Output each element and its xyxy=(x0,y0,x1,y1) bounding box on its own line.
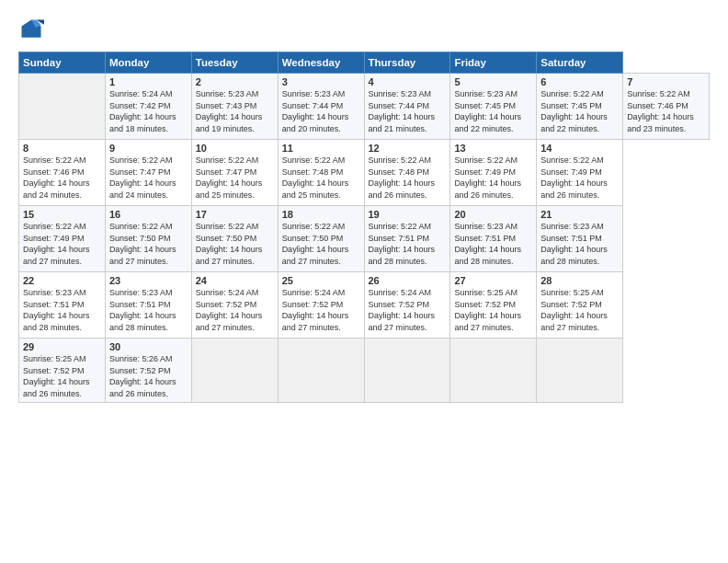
day-number: 21 xyxy=(540,209,619,220)
logo xyxy=(18,17,48,42)
day-info: Sunrise: 5:25 AMSunset: 7:52 PMDaylight:… xyxy=(23,354,90,398)
day-number: 12 xyxy=(369,143,447,154)
day-number: 15 xyxy=(23,209,101,220)
day-cell: 22Sunrise: 5:23 AMSunset: 7:51 PMDayligh… xyxy=(19,272,106,339)
day-cell xyxy=(450,339,537,403)
day-cell: 8Sunrise: 5:22 AMSunset: 7:46 PMDaylight… xyxy=(19,140,106,206)
week-row-1: 1Sunrise: 5:24 AMSunset: 7:42 PMDaylight… xyxy=(19,74,710,140)
day-info: Sunrise: 5:22 AMSunset: 7:46 PMDaylight:… xyxy=(23,155,90,200)
day-info: Sunrise: 5:24 AMSunset: 7:52 PMDaylight:… xyxy=(369,288,436,332)
day-info: Sunrise: 5:22 AMSunset: 7:50 PMDaylight:… xyxy=(109,222,176,266)
day-info: Sunrise: 5:22 AMSunset: 7:45 PMDaylight:… xyxy=(540,89,608,133)
header-cell-monday: Monday xyxy=(105,52,191,74)
header xyxy=(18,17,710,42)
calendar-page: SundayMondayTuesdayWednesdayThursdayFrid… xyxy=(0,0,728,563)
day-number: 9 xyxy=(109,143,188,154)
day-cell: 16Sunrise: 5:22 AMSunset: 7:50 PMDayligh… xyxy=(105,206,191,272)
day-cell: 13Sunrise: 5:22 AMSunset: 7:49 PMDayligh… xyxy=(450,140,537,206)
day-info: Sunrise: 5:22 AMSunset: 7:48 PMDaylight:… xyxy=(369,155,436,200)
day-number: 18 xyxy=(282,209,360,220)
day-cell: 10Sunrise: 5:22 AMSunset: 7:47 PMDayligh… xyxy=(191,140,278,206)
day-info: Sunrise: 5:22 AMSunset: 7:47 PMDaylight:… xyxy=(196,155,263,200)
day-cell: 18Sunrise: 5:22 AMSunset: 7:50 PMDayligh… xyxy=(278,206,364,272)
day-info: Sunrise: 5:23 AMSunset: 7:51 PMDaylight:… xyxy=(23,288,90,332)
day-number: 14 xyxy=(540,143,619,154)
day-info: Sunrise: 5:23 AMSunset: 7:44 PMDaylight:… xyxy=(369,89,436,133)
day-cell: 12Sunrise: 5:22 AMSunset: 7:48 PMDayligh… xyxy=(364,140,450,206)
day-number: 1 xyxy=(109,76,188,87)
day-info: Sunrise: 5:25 AMSunset: 7:52 PMDaylight:… xyxy=(454,288,521,332)
day-info: Sunrise: 5:26 AMSunset: 7:52 PMDaylight:… xyxy=(109,354,176,398)
day-cell xyxy=(19,74,106,140)
header-cell-friday: Friday xyxy=(450,52,537,74)
header-cell-thursday: Thursday xyxy=(364,52,450,74)
day-number: 13 xyxy=(454,143,532,154)
day-cell: 2Sunrise: 5:23 AMSunset: 7:43 PMDaylight… xyxy=(191,74,278,140)
day-number: 11 xyxy=(282,143,360,154)
day-cell: 5Sunrise: 5:23 AMSunset: 7:45 PMDaylight… xyxy=(450,74,537,140)
day-cell: 3Sunrise: 5:23 AMSunset: 7:44 PMDaylight… xyxy=(278,74,364,140)
day-number: 3 xyxy=(282,76,360,87)
day-info: Sunrise: 5:23 AMSunset: 7:44 PMDaylight:… xyxy=(282,89,349,133)
week-row-3: 15Sunrise: 5:22 AMSunset: 7:49 PMDayligh… xyxy=(19,206,710,272)
day-number: 27 xyxy=(454,275,532,286)
day-cell: 6Sunrise: 5:22 AMSunset: 7:45 PMDaylight… xyxy=(537,74,623,140)
day-cell xyxy=(278,339,364,403)
day-info: Sunrise: 5:24 AMSunset: 7:52 PMDaylight:… xyxy=(282,288,349,332)
header-row: SundayMondayTuesdayWednesdayThursdayFrid… xyxy=(19,52,710,74)
week-row-4: 22Sunrise: 5:23 AMSunset: 7:51 PMDayligh… xyxy=(19,272,710,339)
day-info: Sunrise: 5:23 AMSunset: 7:51 PMDaylight:… xyxy=(540,222,608,266)
day-cell: 20Sunrise: 5:23 AMSunset: 7:51 PMDayligh… xyxy=(450,206,537,272)
day-number: 4 xyxy=(369,76,447,87)
day-info: Sunrise: 5:23 AMSunset: 7:51 PMDaylight:… xyxy=(454,222,521,266)
week-row-2: 8Sunrise: 5:22 AMSunset: 7:46 PMDaylight… xyxy=(19,140,710,206)
day-cell xyxy=(537,339,623,403)
day-info: Sunrise: 5:22 AMSunset: 7:51 PMDaylight:… xyxy=(369,222,436,266)
header-cell-saturday: Saturday xyxy=(537,52,623,74)
day-cell: 9Sunrise: 5:22 AMSunset: 7:47 PMDaylight… xyxy=(105,140,191,206)
week-row-5: 29Sunrise: 5:25 AMSunset: 7:52 PMDayligh… xyxy=(19,339,710,403)
day-info: Sunrise: 5:22 AMSunset: 7:49 PMDaylight:… xyxy=(23,222,90,266)
day-cell: 11Sunrise: 5:22 AMSunset: 7:48 PMDayligh… xyxy=(278,140,364,206)
day-number: 8 xyxy=(23,143,101,154)
day-number: 5 xyxy=(454,76,532,87)
day-info: Sunrise: 5:22 AMSunset: 7:49 PMDaylight:… xyxy=(454,155,521,200)
day-cell: 30Sunrise: 5:26 AMSunset: 7:52 PMDayligh… xyxy=(105,339,191,403)
logo-icon xyxy=(18,17,44,42)
day-cell: 26Sunrise: 5:24 AMSunset: 7:52 PMDayligh… xyxy=(364,272,450,339)
day-info: Sunrise: 5:22 AMSunset: 7:47 PMDaylight:… xyxy=(109,155,176,200)
day-number: 7 xyxy=(627,76,705,87)
day-info: Sunrise: 5:22 AMSunset: 7:48 PMDaylight:… xyxy=(282,155,349,200)
day-number: 19 xyxy=(369,209,447,220)
day-cell: 7Sunrise: 5:22 AMSunset: 7:46 PMDaylight… xyxy=(623,74,710,140)
day-cell xyxy=(364,339,450,403)
day-number: 22 xyxy=(23,275,101,286)
day-cell: 29Sunrise: 5:25 AMSunset: 7:52 PMDayligh… xyxy=(19,339,106,403)
day-number: 30 xyxy=(109,341,188,352)
day-cell: 17Sunrise: 5:22 AMSunset: 7:50 PMDayligh… xyxy=(191,206,278,272)
day-info: Sunrise: 5:25 AMSunset: 7:52 PMDaylight:… xyxy=(540,288,608,332)
day-info: Sunrise: 5:24 AMSunset: 7:52 PMDaylight:… xyxy=(196,288,263,332)
day-cell: 24Sunrise: 5:24 AMSunset: 7:52 PMDayligh… xyxy=(191,272,278,339)
day-info: Sunrise: 5:22 AMSunset: 7:50 PMDaylight:… xyxy=(282,222,349,266)
day-cell: 19Sunrise: 5:22 AMSunset: 7:51 PMDayligh… xyxy=(364,206,450,272)
header-cell-sunday: Sunday xyxy=(19,52,106,74)
day-cell: 4Sunrise: 5:23 AMSunset: 7:44 PMDaylight… xyxy=(364,74,450,140)
day-cell xyxy=(191,339,278,403)
day-cell: 14Sunrise: 5:22 AMSunset: 7:49 PMDayligh… xyxy=(537,140,623,206)
day-number: 24 xyxy=(196,275,274,286)
day-cell: 28Sunrise: 5:25 AMSunset: 7:52 PMDayligh… xyxy=(537,272,623,339)
day-number: 16 xyxy=(109,209,188,220)
day-number: 25 xyxy=(282,275,360,286)
day-number: 6 xyxy=(540,76,619,87)
header-cell-tuesday: Tuesday xyxy=(191,52,278,74)
day-info: Sunrise: 5:22 AMSunset: 7:46 PMDaylight:… xyxy=(627,89,694,133)
day-cell: 15Sunrise: 5:22 AMSunset: 7:49 PMDayligh… xyxy=(19,206,106,272)
day-info: Sunrise: 5:23 AMSunset: 7:43 PMDaylight:… xyxy=(196,89,263,133)
day-number: 2 xyxy=(196,76,274,87)
day-info: Sunrise: 5:23 AMSunset: 7:51 PMDaylight:… xyxy=(109,288,176,332)
day-cell: 1Sunrise: 5:24 AMSunset: 7:42 PMDaylight… xyxy=(105,74,191,140)
day-info: Sunrise: 5:24 AMSunset: 7:42 PMDaylight:… xyxy=(109,89,176,133)
day-info: Sunrise: 5:23 AMSunset: 7:45 PMDaylight:… xyxy=(454,89,521,133)
day-info: Sunrise: 5:22 AMSunset: 7:50 PMDaylight:… xyxy=(196,222,263,266)
